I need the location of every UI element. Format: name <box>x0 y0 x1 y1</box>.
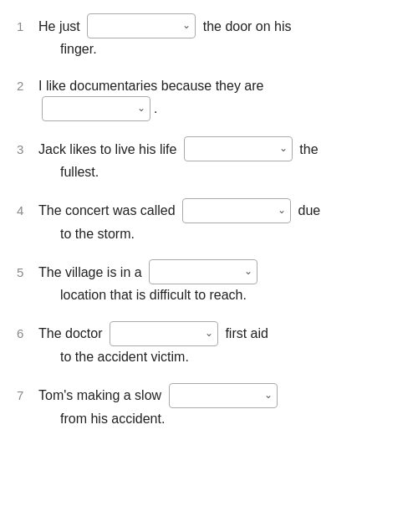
dropdown-wrapper[interactable]: offoutbackaway⌄ <box>182 198 291 223</box>
item-number: 6 <box>17 324 35 344</box>
dropdown-wrapper[interactable]: slammedshutclosedknockedbanged⌄ <box>87 13 196 38</box>
exercise-list: 1He just slammedshutclosedknockedbanged⌄… <box>17 13 401 429</box>
dropdown-dd6[interactable]: administeredprovidedgaveoffered <box>110 321 218 346</box>
exercise-item: 4The concert was called offoutbackaway⌄ … <box>17 198 401 245</box>
item-content: The village is in a remoteisolatedseclud… <box>38 259 401 306</box>
text-before: He just <box>38 16 84 38</box>
text-before: The village is in a <box>38 262 145 284</box>
item-content: I like documentaries because they areedu… <box>38 75 401 122</box>
text-before: The doctor <box>38 323 106 345</box>
text-after: the door on his <box>199 16 291 38</box>
item-number: 7 <box>17 386 35 406</box>
dropdown-dd4[interactable]: offoutbackaway <box>182 198 291 223</box>
dropdown-wrapper-2[interactable]: educationalinformativefascinatinginteres… <box>42 96 150 121</box>
text-after: the <box>296 139 319 161</box>
dropdown-wrapper[interactable]: remoteisolatedsecludedrural⌄ <box>149 259 257 284</box>
dropdown-dd2[interactable]: educationalinformativefascinatinginteres… <box>42 96 150 121</box>
text-continuation: from his accident. <box>38 408 401 430</box>
dropdown-wrapper[interactable]: toatfor⌄ <box>184 136 293 161</box>
exercise-item: 1He just slammedshutclosedknockedbanged⌄… <box>17 13 401 60</box>
item-content: He just slammedshutclosedknockedbanged⌄ … <box>38 13 401 60</box>
dropdown-dd1[interactable]: slammedshutclosedknockedbanged <box>87 13 196 38</box>
text-before: Jack likes to live his life <box>38 139 181 161</box>
exercise-item: 2I like documentaries because they areed… <box>17 75 401 122</box>
dropdown-wrapper[interactable]: administeredprovidedgaveoffered⌄ <box>110 321 218 346</box>
exercise-item: 3Jack likes to live his life toatfor⌄ th… <box>17 136 401 183</box>
text-before: Tom's making a slow <box>38 385 166 407</box>
exercise-item: 6The doctor administeredprovidedgaveoffe… <box>17 321 401 368</box>
text-before: The concert was called <box>38 200 179 222</box>
item-number: 3 <box>17 140 35 160</box>
exercise-item: 5The village is in a remoteisolatedseclu… <box>17 259 401 306</box>
dropdown-dd5[interactable]: remoteisolatedsecludedrural <box>149 259 257 284</box>
text-continuation: finger. <box>38 38 401 60</box>
exercise-item: 7Tom's making a slow recoverycomebackret… <box>17 383 401 430</box>
item-number: 4 <box>17 201 35 221</box>
item-number: 2 <box>17 76 35 96</box>
text-continuation: location that is difficult to reach. <box>38 284 401 306</box>
text-period: . <box>154 98 157 120</box>
item-number: 1 <box>17 17 35 37</box>
text-continuation: fullest. <box>38 161 401 183</box>
text-continuation: to the storm. <box>38 223 401 245</box>
text-after: due <box>294 200 320 222</box>
item-content: Jack likes to live his life toatfor⌄ the… <box>38 136 401 183</box>
item-content: The doctor administeredprovidedgaveoffer… <box>38 321 401 368</box>
text-continuation: to the accident victim. <box>38 346 401 368</box>
item-content: Tom's making a slow recoverycomebackretu… <box>38 383 401 430</box>
text-before: I like documentaries because they are <box>38 75 263 97</box>
dropdown-wrapper[interactable]: recoverycomebackreturnprogress⌄ <box>169 383 278 408</box>
item-content: The concert was called offoutbackaway⌄ d… <box>38 198 401 245</box>
dropdown-dd3[interactable]: toatfor <box>184 136 293 161</box>
dropdown-dd7[interactable]: recoverycomebackreturnprogress <box>169 383 278 408</box>
text-after: first aid <box>222 323 268 345</box>
item-number: 5 <box>17 263 35 283</box>
